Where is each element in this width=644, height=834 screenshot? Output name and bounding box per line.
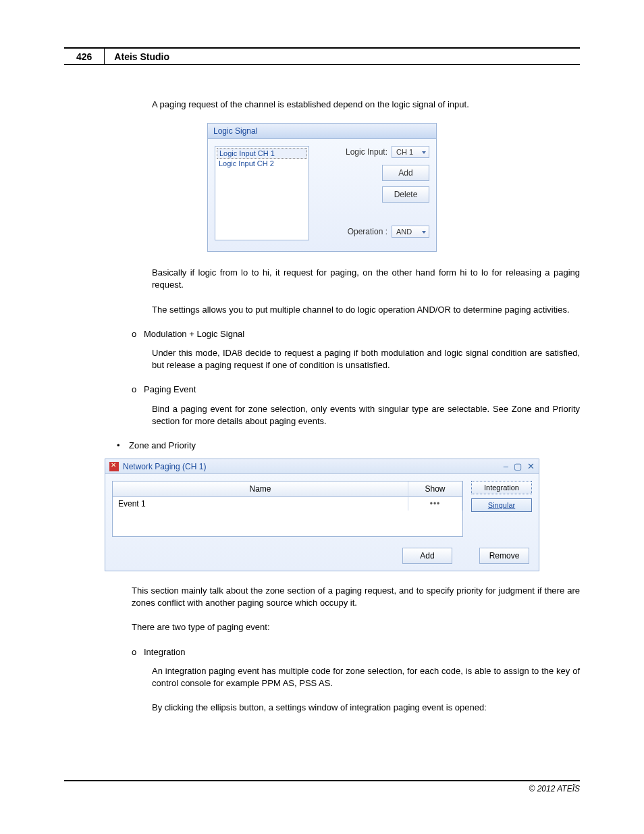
list-item[interactable]: Logic Input CH 2 <box>217 159 307 168</box>
paragraph: Basically if logic from lo to hi, it req… <box>152 267 580 291</box>
bullet-item: oPaging Event <box>132 384 580 396</box>
bullet-text: Paging Event <box>144 384 196 394</box>
paragraph: There are two type of paging event: <box>132 621 580 633</box>
bullet-icon: • <box>117 440 129 452</box>
logic-signal-panel: Logic Signal Logic Input CH 1 Logic Inpu… <box>207 123 437 252</box>
bullet-item: oModulation + Logic Signal <box>132 328 580 340</box>
logic-input-combo[interactable]: CH 1 <box>392 146 429 158</box>
window-title: Network Paging (CH 1) <box>123 462 498 471</box>
window-titlebar: Network Paging (CH 1) – ▢ ✕ <box>105 459 539 474</box>
paragraph: This section mainly talk about the zone … <box>132 585 580 609</box>
paragraph: An integration paging event has multiple… <box>152 665 580 689</box>
cell-name: Event 1 <box>113 497 408 511</box>
add-button[interactable]: Add <box>382 165 429 181</box>
page-footer: © 2012 ATEÏS <box>64 780 580 793</box>
paragraph: By clicking the ellipsis button, a setti… <box>152 702 580 714</box>
bullet-text: Modulation + Logic Signal <box>144 329 244 339</box>
operation-label: Operation : <box>348 227 387 236</box>
header-title: Ateis Studio <box>105 51 169 62</box>
singular-button[interactable]: Singular <box>471 498 532 512</box>
panel-title: Logic Signal <box>208 124 436 139</box>
paragraph: A paging request of the channel is estab… <box>152 99 580 111</box>
bullet-text: Zone and Priority <box>129 440 196 450</box>
network-paging-panel: Network Paging (CH 1) – ▢ ✕ Name Show Ev… <box>105 459 539 571</box>
logic-input-list[interactable]: Logic Input CH 1 Logic Input CH 2 <box>215 146 309 240</box>
ellipsis-button[interactable]: ••• <box>408 497 462 511</box>
close-icon[interactable]: ✕ <box>527 461 535 471</box>
page-number: 426 <box>64 49 105 64</box>
events-table: Name Show Event 1 ••• <box>112 481 463 537</box>
copyright: © 2012 ATEÏS <box>529 784 580 793</box>
bullet-text: Integration <box>144 647 185 657</box>
logic-input-label: Logic Input: <box>346 147 387 157</box>
table-row[interactable]: Event 1 ••• <box>113 497 462 536</box>
column-header-show: Show <box>408 481 462 496</box>
minimize-icon[interactable]: – <box>504 461 508 471</box>
operation-combo[interactable]: AND <box>392 226 429 238</box>
paragraph: The settings allows you to put multiple … <box>152 304 580 316</box>
circle-bullet-icon: o <box>132 646 144 658</box>
add-button[interactable]: Add <box>402 548 452 564</box>
bullet-item: oIntegration <box>132 646 580 658</box>
circle-bullet-icon: o <box>132 384 144 396</box>
circle-bullet-icon: o <box>132 328 144 340</box>
integration-button[interactable]: Integration <box>471 481 532 494</box>
paragraph: Bind a paging event for zone selection, … <box>152 403 580 427</box>
list-item[interactable]: Logic Input CH 1 <box>217 148 307 159</box>
remove-button[interactable]: Remove <box>479 548 529 564</box>
app-icon <box>109 462 119 471</box>
bullet-item: •Zone and Priority <box>117 440 580 452</box>
paragraph: Under this mode, IDA8 decide to request … <box>152 347 580 371</box>
maximize-icon[interactable]: ▢ <box>514 461 522 471</box>
page-header: 426 Ateis Studio <box>64 47 580 65</box>
column-header-name: Name <box>113 481 408 496</box>
delete-button[interactable]: Delete <box>382 186 429 203</box>
